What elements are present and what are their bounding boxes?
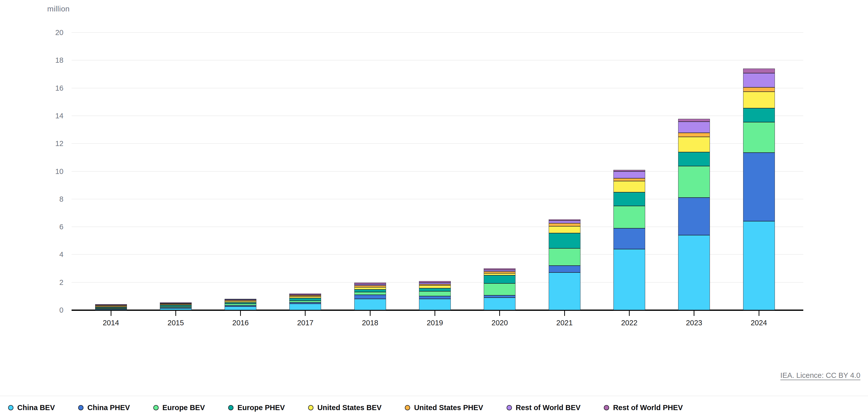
legend-swatch-icon (228, 405, 234, 410)
bar-2023 (678, 119, 710, 310)
bar-2020 (484, 268, 516, 310)
legend-swatch-icon (308, 405, 313, 410)
legend-swatch-icon (78, 405, 84, 410)
bar-segment[interactable] (549, 248, 581, 266)
y-tick-label: 16 (33, 85, 63, 92)
legend-label: China PHEV (87, 404, 130, 411)
bar-segment[interactable] (743, 68, 775, 73)
bar-segment[interactable] (743, 73, 775, 87)
gridline (71, 88, 803, 88)
legend: China BEVChina PHEVEurope BEVEurope PHEV… (0, 396, 868, 419)
x-tick-label: 2020 (474, 319, 525, 327)
bar-segment[interactable] (419, 286, 451, 288)
x-tick-label: 2021 (539, 319, 590, 327)
y-tick-label: 14 (33, 112, 63, 120)
bar-segment[interactable] (614, 178, 645, 181)
bar-segment[interactable] (354, 292, 386, 295)
legend-swatch-icon (405, 405, 410, 410)
x-tick-label: 2023 (669, 319, 719, 327)
bar-segment[interactable] (484, 271, 516, 273)
bar-2015 (160, 302, 192, 310)
legend-label: Rest of World PHEV (613, 404, 683, 411)
x-tick (694, 311, 694, 316)
bar-segment[interactable] (549, 233, 581, 248)
y-tick-label: 20 (33, 29, 63, 36)
legend-item[interactable]: United States PHEV (405, 404, 483, 411)
bar-segment[interactable] (549, 272, 581, 310)
bar-segment[interactable] (289, 304, 321, 310)
bar-segment[interactable] (743, 87, 775, 92)
bar-segment[interactable] (678, 119, 710, 122)
legend-item[interactable]: Rest of World BEV (506, 404, 581, 411)
bar-segment[interactable] (419, 299, 451, 310)
y-tick-label: 2 (33, 279, 63, 286)
legend-item[interactable]: China PHEV (78, 404, 130, 411)
legend-swatch-icon (604, 405, 609, 410)
bar-segment[interactable] (614, 206, 645, 228)
license-link[interactable]: IEA. Licence: CC BY 4.0 (780, 371, 860, 380)
bar-segment[interactable] (549, 266, 581, 272)
bar-segment[interactable] (354, 290, 386, 292)
legend-item[interactable]: United States BEV (308, 404, 381, 411)
bar-2022 (614, 170, 645, 310)
bar-segment[interactable] (484, 275, 516, 283)
bar-segment[interactable] (484, 283, 516, 295)
bar-segment[interactable] (549, 226, 581, 233)
bar-2018 (354, 282, 386, 310)
bar-segment[interactable] (743, 221, 775, 310)
bar-segment[interactable] (743, 92, 775, 108)
bar-segment[interactable] (614, 171, 645, 178)
bar-segment[interactable] (678, 137, 710, 152)
x-tick-label: 2014 (86, 319, 136, 327)
bar-segment[interactable] (678, 133, 710, 137)
bar-segment[interactable] (549, 223, 581, 226)
x-tick (175, 311, 176, 316)
y-tick-label: 10 (33, 168, 63, 175)
legend-item[interactable]: Europe BEV (153, 404, 205, 411)
legend-item[interactable]: Europe PHEV (228, 404, 285, 411)
bar-segment[interactable] (678, 166, 710, 198)
bar-segment[interactable] (484, 295, 516, 298)
bar-segment[interactable] (614, 249, 645, 310)
x-tick-label: 2017 (280, 319, 331, 327)
y-tick-label: 8 (33, 196, 63, 203)
bar-segment[interactable] (678, 152, 710, 166)
x-tick-label: 2019 (410, 319, 460, 327)
bar-2016 (225, 299, 256, 310)
bar-segment[interactable] (743, 108, 775, 122)
bar-segment[interactable] (225, 306, 256, 310)
bar-segment[interactable] (354, 295, 386, 299)
y-tick-label: 18 (33, 57, 63, 64)
bar-segment[interactable] (95, 309, 127, 310)
bar-segment[interactable] (549, 221, 581, 223)
bar-segment[interactable] (484, 273, 516, 275)
bar-segment[interactable] (484, 298, 516, 310)
x-tick (629, 311, 630, 316)
bar-segment[interactable] (354, 287, 386, 290)
legend-item[interactable]: China BEV (8, 404, 55, 411)
bar-segment[interactable] (419, 288, 451, 291)
bar-segment[interactable] (419, 296, 451, 299)
bar-segment[interactable] (743, 122, 775, 153)
legend-item[interactable]: Rest of World PHEV (604, 404, 683, 411)
x-tick (758, 311, 760, 316)
bar-segment[interactable] (743, 153, 775, 221)
legend-label: United States PHEV (414, 404, 483, 411)
gridline (71, 32, 803, 33)
bar-segment[interactable] (354, 299, 386, 310)
bar-segment[interactable] (289, 298, 321, 301)
y-tick-label: 0 (33, 306, 63, 314)
bar-segment[interactable] (678, 122, 710, 133)
bar-segment[interactable] (678, 235, 710, 310)
bar-segment[interactable] (678, 198, 710, 235)
bar-segment[interactable] (614, 192, 645, 206)
x-tick-label: 2016 (215, 319, 266, 327)
bar-segment[interactable] (419, 291, 451, 296)
x-tick (564, 311, 565, 316)
legend-swatch-icon (153, 405, 159, 410)
bar-segment[interactable] (160, 308, 192, 310)
y-tick-label: 6 (33, 223, 63, 231)
bar-segment[interactable] (614, 228, 645, 249)
bar-segment[interactable] (614, 181, 645, 192)
legend-label: China BEV (17, 404, 55, 411)
